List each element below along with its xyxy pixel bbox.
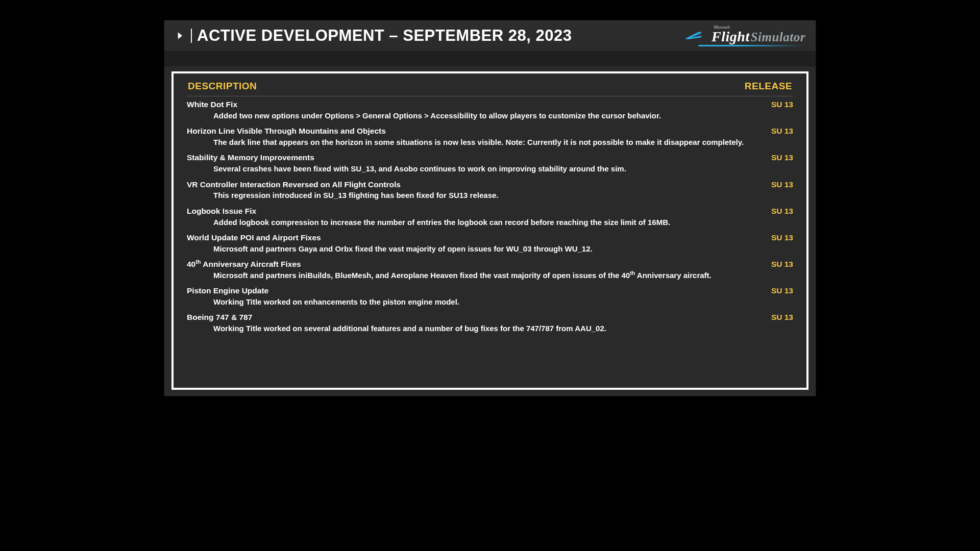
item-release: SU 13 [771,259,793,269]
header-rule [187,96,793,96]
item-release: SU 13 [771,312,793,322]
item-release: SU 13 [771,206,793,216]
item-text: Horizon Line Visible Through Mountains a… [187,126,771,147]
wing-icon [684,31,703,40]
header: ACTIVE DEVELOPMENT – SEPTEMBER 28, 2023 … [164,20,816,51]
item-desc: Working Title worked on several addition… [213,323,756,334]
item-release: SU 13 [771,126,793,136]
list-item: VR Controller Interaction Reversed on Al… [187,180,793,201]
item-text: VR Controller Interaction Reversed on Al… [187,180,771,201]
col-release: RELEASE [745,81,792,92]
item-desc: Microsoft and partners Gaya and Orbx fix… [213,244,756,254]
item-title: Logbook Issue Fix [187,206,756,217]
logo-word-simulator: Simulator [751,31,805,43]
content-card: DESCRIPTION RELEASE White Dot FixAdded t… [172,71,808,390]
item-title: VR Controller Interaction Reversed on Al… [187,180,756,190]
product-logo: Microsoft Flight Simulator [698,24,805,47]
slide-panel: ACTIVE DEVELOPMENT – SEPTEMBER 28, 2023 … [164,20,816,396]
list-item: White Dot FixAdded two new options under… [187,99,793,121]
item-title: Stability & Memory Improvements [187,153,756,163]
list-item: 40th Anniversary Aircraft FixesMicrosoft… [187,259,793,281]
item-text: Stability & Memory ImprovementsSeveral c… [187,153,771,174]
list-item: Logbook Issue FixAdded logbook compressi… [187,206,793,228]
item-title: World Update POI and Airport Fixes [187,233,756,243]
item-release: SU 13 [771,180,793,189]
item-text: World Update POI and Airport FixesMicros… [187,233,771,254]
list-item: Stability & Memory ImprovementsSeveral c… [187,153,793,174]
item-desc: This regression introduced in SU_13 flig… [213,190,756,201]
item-release: SU 13 [771,99,793,109]
item-title: Piston Engine Update [187,286,756,296]
item-title: Horizon Line Visible Through Mountains a… [187,126,756,137]
list-item: World Update POI and Airport FixesMicros… [187,233,793,254]
col-description: DESCRIPTION [188,81,257,92]
item-desc: Microsoft and partners iniBuilds, BlueMe… [213,270,756,281]
stage: ACTIVE DEVELOPMENT – SEPTEMBER 28, 2023 … [118,0,862,416]
item-desc: Several crashes have been fixed with SU_… [213,164,756,174]
items-list: White Dot FixAdded two new options under… [187,99,793,334]
item-text: White Dot FixAdded two new options under… [187,99,771,121]
logo-wordmark: Flight Simulator [712,30,805,44]
item-title: 40th Anniversary Aircraft Fixes [187,259,756,270]
list-item: Piston Engine UpdateWorking Title worked… [187,286,793,307]
title-wrap: ACTIVE DEVELOPMENT – SEPTEMBER 28, 2023 [175,27,572,45]
item-text: Piston Engine UpdateWorking Title worked… [187,286,771,307]
list-item: Boeing 747 & 787Working Title worked on … [187,312,793,334]
column-headers: DESCRIPTION RELEASE [187,79,793,95]
item-text: Boeing 747 & 787Working Title worked on … [187,312,771,334]
item-title: White Dot Fix [187,99,756,110]
item-desc: Working Title worked on enhancements to … [213,297,756,307]
list-item: Horizon Line Visible Through Mountains a… [187,126,793,147]
page-title: ACTIVE DEVELOPMENT – SEPTEMBER 28, 2023 [197,27,572,45]
item-text: Logbook Issue FixAdded logbook compressi… [187,206,771,228]
title-divider [191,29,192,43]
item-release: SU 13 [771,233,793,242]
item-text: 40th Anniversary Aircraft FixesMicrosoft… [187,259,771,281]
header-strip [164,51,816,66]
item-release: SU 13 [771,286,793,295]
item-desc: Added two new options under Options > Ge… [213,111,756,121]
logo-underline [698,45,805,46]
chevron-right-icon [175,29,185,42]
item-desc: The dark line that appears on the horizo… [213,137,756,147]
item-desc: Added logbook compression to increase th… [213,217,756,228]
logo-word-flight: Flight [712,30,750,44]
item-title: Boeing 747 & 787 [187,312,756,323]
item-release: SU 13 [771,153,793,162]
